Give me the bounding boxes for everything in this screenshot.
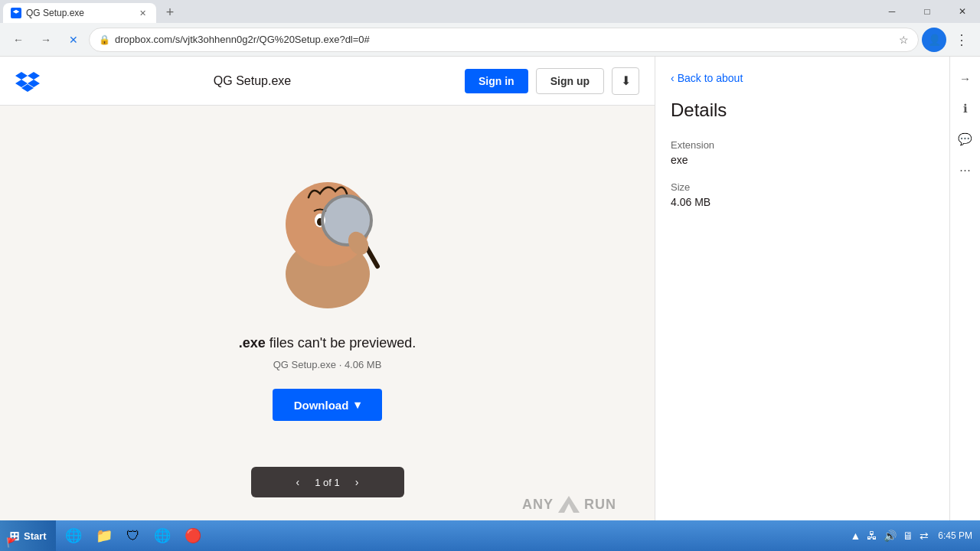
tray-network-icon[interactable]: 🖧 (867, 530, 877, 542)
sign-up-button[interactable]: Sign up (536, 68, 604, 94)
extension-value: exe (671, 154, 934, 166)
maximize-button[interactable]: □ (910, 0, 945, 23)
tray-volume-icon[interactable]: 🔊 (884, 530, 897, 542)
details-heading: Details (671, 99, 934, 121)
panel-info-button[interactable]: ℹ (953, 96, 978, 121)
tab-favicon (11, 8, 21, 18)
dropbox-header: QG Setup.exe Sign in Sign up ⬇ (0, 57, 655, 106)
tray-arrow-icon[interactable]: ▲ (850, 530, 861, 542)
size-row: Size 4.06 MB (671, 181, 934, 208)
more-icon: ⋯ (959, 163, 971, 177)
taskbar-item-shield[interactable]: 🛡 (120, 523, 146, 549)
explorer-icon: 📁 (96, 527, 113, 544)
size-label: Size (671, 181, 934, 193)
download-button[interactable]: Download ▾ (273, 389, 383, 421)
shield-icon: 🛡 (126, 528, 140, 544)
system-tray: ▲ 🖧 🔊 🖥 ⇄ (850, 530, 929, 542)
clock-time: 6:45 PM (938, 530, 972, 541)
tab-title: QG Setup.exe (26, 8, 132, 18)
navigation-bar: ← → ✕ 🔒 ☆ 👤 ⋮ (0, 23, 980, 57)
preview-illustration (251, 144, 404, 312)
tab-close-button[interactable]: ✕ (136, 7, 149, 19)
back-to-about-label: Back to about (678, 72, 743, 84)
alert-icon: 🔴 (185, 527, 201, 544)
content-area: QG Setup.exe Sign in Sign up ⬇ (0, 57, 655, 520)
panel-more-button[interactable]: ⋯ (953, 158, 978, 182)
tab-area: QG Setup.exe ✕ + (0, 0, 181, 23)
forward-button[interactable]: → (34, 28, 58, 52)
panel-arrow-icon: → (959, 72, 971, 85)
header-download-button[interactable]: ⬇ (612, 67, 639, 95)
size-value: 4.06 MB (671, 196, 934, 208)
minimize-button[interactable]: ─ (874, 0, 910, 23)
file-title: QG Setup.exe (40, 74, 465, 88)
chrome-icon: 🌐 (154, 527, 171, 544)
menu-button[interactable]: ⋮ (949, 28, 974, 52)
info-icon: ℹ (963, 102, 968, 116)
active-tab[interactable]: QG Setup.exe ✕ (3, 3, 156, 23)
back-chevron-icon: ‹ (671, 72, 675, 84)
extension-row: Extension exe (671, 139, 934, 166)
prev-page-button[interactable]: ‹ (290, 473, 306, 491)
close-button[interactable]: ✕ (945, 0, 980, 23)
start-label: Start (24, 530, 47, 542)
preview-message-suffix: files can't be previewed. (266, 335, 416, 350)
back-button[interactable]: ← (6, 28, 31, 52)
taskbar-items: 🌐 📁 🛡 🌐 🔴 (56, 523, 211, 549)
preview-subtitle: QG Setup.exe · 4.06 MB (273, 359, 382, 370)
page-current: 1 of 1 (315, 477, 340, 488)
pagination-bar: ‹ 1 of 1 › (251, 467, 404, 497)
details-sidebar: ‹ Back to about Details Extension exe Si… (655, 57, 949, 520)
reload-button[interactable]: ✕ (61, 28, 86, 52)
tray-transfer-icon[interactable]: ⇄ (920, 530, 929, 542)
profile-button[interactable]: 👤 (922, 28, 946, 52)
clock: 6:45 PM (938, 530, 972, 541)
next-page-button[interactable]: › (349, 473, 365, 491)
sign-in-button[interactable]: Sign in (465, 69, 528, 93)
header-actions: Sign in Sign up ⬇ (465, 67, 639, 95)
taskbar-item-explorer[interactable]: 📁 (90, 523, 119, 549)
dropbox-logo[interactable] (15, 69, 40, 93)
taskbar-item-alert[interactable]: 🔴 (178, 523, 207, 549)
new-tab-button[interactable]: + (159, 2, 181, 23)
main-layout: QG Setup.exe Sign in Sign up ⬇ (0, 57, 980, 520)
flag-button[interactable]: 🚩 (6, 537, 18, 548)
back-to-about-link[interactable]: ‹ Back to about (671, 72, 934, 84)
chat-icon: 💬 (958, 132, 972, 146)
extension-label: Extension (671, 139, 934, 151)
ie-icon: 🌐 (65, 527, 82, 544)
file-extension: .exe (239, 335, 266, 350)
bookmark-icon[interactable]: ☆ (899, 34, 909, 46)
preview-message: .exe files can't be previewed. (239, 335, 416, 351)
taskbar: ⊞ Start 🌐 📁 🛡 🌐 🔴 🚩 ▲ 🖧 🔊 🖥 ⇄ 6:45 PM (0, 520, 980, 551)
taskbar-item-chrome[interactable]: 🌐 (148, 523, 177, 549)
download-arrow-icon: ▾ (354, 398, 361, 412)
panel-arrow-button[interactable]: → (953, 66, 978, 90)
preview-area: .exe files can't be previewed. QG Setup.… (0, 106, 655, 520)
download-icon: ⬇ (621, 73, 631, 88)
lock-icon: 🔒 (99, 34, 110, 45)
window-controls: ─ □ ✕ (874, 0, 980, 23)
taskbar-item-ie[interactable]: 🌐 (59, 523, 88, 549)
far-right-panel: → ℹ 💬 ⋯ (949, 57, 980, 520)
address-bar-container: 🔒 ☆ (89, 28, 919, 52)
download-label: Download (294, 399, 349, 412)
svg-marker-8 (558, 496, 580, 513)
anyrun-watermark: ANY RUN (522, 496, 616, 513)
title-bar: QG Setup.exe ✕ + ─ □ ✕ (0, 0, 980, 23)
tray-display-icon[interactable]: 🖥 (903, 530, 913, 542)
taskbar-right: ▲ 🖧 🔊 🖥 ⇄ 6:45 PM (842, 530, 980, 542)
panel-chat-button[interactable]: 💬 (953, 127, 978, 152)
address-input[interactable] (115, 34, 894, 45)
